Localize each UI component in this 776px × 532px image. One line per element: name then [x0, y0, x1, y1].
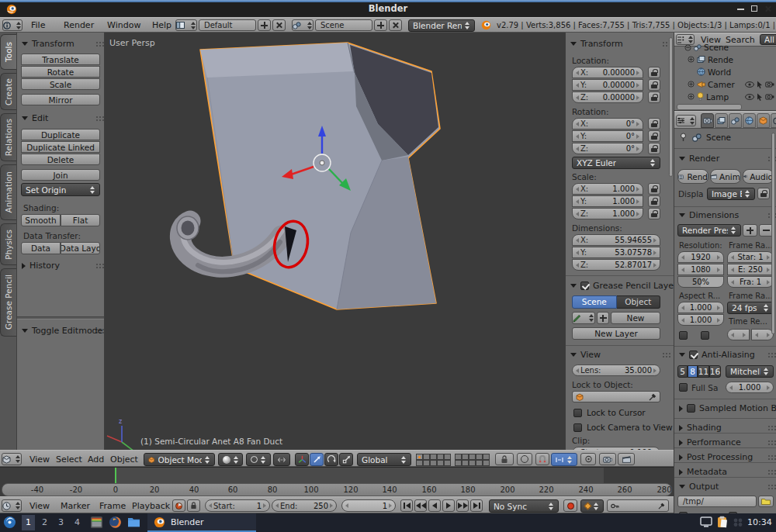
proportional-edit-button[interactable]: [517, 453, 532, 465]
outliner-row-camera[interactable]: Camer: [674, 78, 776, 90]
layer-cell[interactable]: [437, 454, 444, 460]
keying-set-select[interactable]: [580, 499, 604, 513]
workspace-2-button[interactable]: 2: [38, 515, 51, 530]
play-reverse-button[interactable]: [428, 499, 441, 512]
viewport-menu-add[interactable]: Add: [88, 454, 104, 465]
tab-relations[interactable]: Relations: [0, 113, 16, 161]
layer-cell[interactable]: [430, 460, 437, 466]
layer-cell[interactable]: [423, 454, 430, 460]
manipulator-translate-button[interactable]: [310, 453, 324, 466]
panel-header-grease-pencil-layers[interactable]: Grease Pencil Layers: [570, 281, 674, 291]
gp-object-tab[interactable]: Object: [617, 295, 661, 309]
menu-window[interactable]: Window: [107, 20, 140, 30]
outliner-hscrollbar[interactable]: [677, 104, 742, 110]
lock-to-cursor-checkbox[interactable]: [573, 409, 582, 417]
panel-grip[interactable]: [768, 440, 770, 442]
dimensions-y-field[interactable]: Y:53.07578: [572, 247, 660, 258]
layers-group-1[interactable]: [416, 454, 451, 466]
layer-cell[interactable]: [444, 454, 451, 460]
eyedropper-icon[interactable]: [658, 503, 665, 510]
editor-type-button-info[interactable]: [2, 19, 23, 31]
eyedropper-icon[interactable]: [649, 393, 656, 401]
delete-button[interactable]: Delete: [21, 154, 100, 165]
set-origin-select[interactable]: Set Origin: [21, 183, 100, 196]
clock[interactable]: 10:34: [747, 517, 772, 527]
timeline-menu-playback[interactable]: Playback: [132, 501, 170, 511]
border-checkbox[interactable]: [679, 331, 688, 340]
grease-pencil-checkbox[interactable]: [580, 282, 589, 290]
frame-step-field[interactable]: Fra: 1: [727, 276, 774, 288]
jump-prev-keyframe-button[interactable]: [414, 499, 427, 512]
panel-header-transform[interactable]: Transform: [22, 39, 74, 49]
render-presets-select[interactable]: Render Presets: [677, 224, 741, 237]
panel-grip[interactable]: [768, 353, 770, 354]
manipulator-scale-button[interactable]: [339, 453, 353, 466]
timeline-menu-view[interactable]: View: [29, 501, 50, 511]
scale-x-field[interactable]: X:1.000: [572, 183, 643, 195]
layer-1-active[interactable]: [416, 454, 423, 460]
pin-icon[interactable]: [679, 133, 688, 142]
time-remap-old-field[interactable]: [727, 329, 750, 340]
layer-cell[interactable]: [416, 460, 423, 466]
tab-object[interactable]: [757, 113, 770, 128]
play-button[interactable]: [442, 499, 455, 512]
data-transfer-data-button[interactable]: Data: [21, 242, 61, 254]
rotation-z-field[interactable]: Z:0°: [572, 143, 643, 154]
layer-cell[interactable]: [483, 460, 490, 466]
selectability-cursor-icon[interactable]: [757, 93, 763, 101]
lock-camera-checkbox[interactable]: [573, 423, 582, 432]
manipulator-axis-button[interactable]: [295, 453, 309, 466]
aa-samples-11[interactable]: 11: [698, 365, 709, 378]
panel-grip[interactable]: [768, 455, 770, 457]
frame-rate-select[interactable]: 24 fps: [727, 302, 774, 314]
panel-grip[interactable]: [96, 264, 98, 265]
panel-header-metadata[interactable]: Metadata: [679, 467, 727, 477]
menu-render[interactable]: Render: [64, 20, 94, 30]
panel-grip[interactable]: [768, 426, 770, 427]
record-button[interactable]: [563, 499, 577, 512]
panel-grip[interactable]: [96, 116, 98, 118]
screen-layout-icon-button[interactable]: [175, 19, 197, 31]
panel-header-view[interactable]: View: [570, 350, 601, 360]
scale-y-field[interactable]: Y:1.000: [572, 195, 643, 207]
screen-layout-field[interactable]: Default: [199, 19, 256, 31]
panel-header-shading[interactable]: Shading: [679, 423, 722, 433]
gp-new-button[interactable]: New: [611, 312, 660, 324]
menu-file[interactable]: File: [31, 20, 45, 30]
editor-type-button-timeline[interactable]: [2, 499, 22, 512]
tab-animation[interactable]: Animation: [0, 164, 16, 220]
jump-next-keyframe-button[interactable]: [456, 499, 469, 512]
layer-cell[interactable]: [476, 454, 483, 460]
layer-cell[interactable]: [462, 460, 469, 466]
output-path-field[interactable]: /tmp/: [677, 496, 757, 507]
workspace-1-button[interactable]: 1: [22, 515, 35, 530]
visibility-eye-icon[interactable]: [745, 94, 754, 100]
frame-start-field[interactable]: Start:1: [205, 499, 270, 512]
shade-smooth-button[interactable]: Smooth: [21, 214, 61, 226]
gp-scene-tab[interactable]: Scene: [572, 295, 617, 309]
mirror-button[interactable]: Mirror: [21, 94, 100, 105]
render-restrict-camera-icon[interactable]: [765, 93, 774, 100]
display-mode-select[interactable]: Image Ed: [707, 188, 755, 200]
menu-help[interactable]: Help: [152, 20, 171, 30]
outliner-row-lamp[interactable]: Lamp: [674, 91, 776, 102]
restore-button[interactable]: [751, 5, 757, 12]
delete-scene-button[interactable]: [389, 19, 402, 31]
lock-to-cursor-row[interactable]: Lock to Cursor: [573, 408, 646, 417]
sync-mode-select[interactable]: No Sync: [489, 499, 559, 513]
firefox-app-icon[interactable]: [109, 516, 122, 531]
snap-toggle-button[interactable]: [535, 453, 549, 465]
dimensions-x-field[interactable]: X:55.94655: [572, 234, 660, 246]
keying-lock-button[interactable]: [187, 499, 200, 512]
panel-grip[interactable]: [768, 470, 770, 472]
visibility-eye-icon[interactable]: [745, 81, 754, 88]
lock-location-x-button[interactable]: [648, 67, 660, 78]
lock-rotation-z-button[interactable]: [648, 143, 660, 154]
lens-field[interactable]: Lens:35.000: [572, 364, 660, 376]
location-y-field[interactable]: Y:0.00000: [572, 79, 643, 91]
panel-header-operator[interactable]: Toggle Editmode: [22, 326, 102, 336]
panel-header-history[interactable]: History: [22, 261, 60, 271]
lock-scale-z-button[interactable]: [648, 208, 660, 219]
layer-cell[interactable]: [423, 460, 430, 466]
render-animation-button[interactable]: Anim: [710, 169, 741, 184]
